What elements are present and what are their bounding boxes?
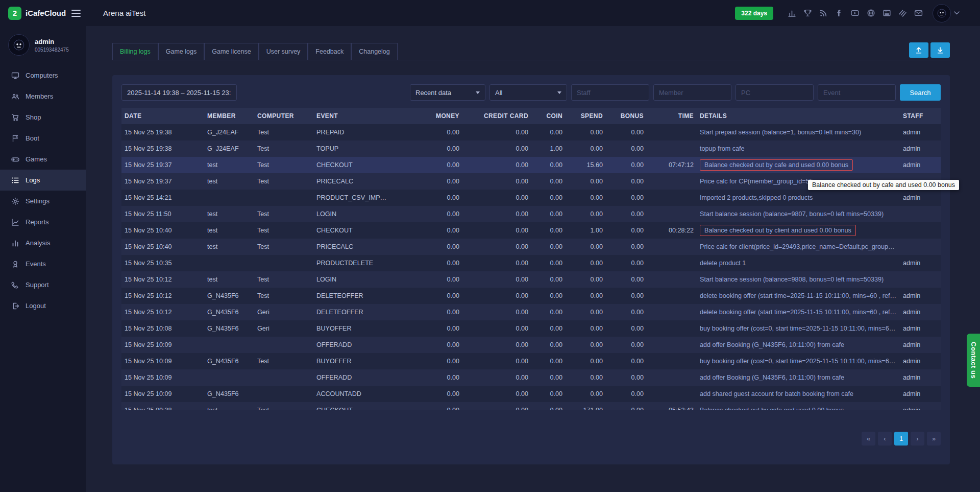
- card-icon[interactable]: [881, 8, 892, 18]
- cell-details[interactable]: Balance checked out by cafe and used 0.0…: [697, 157, 900, 173]
- layers-icon[interactable]: [897, 8, 908, 18]
- table-row[interactable]: 15 Nov 25 14:21PRODUCT_CSV_IMPORT0.000.0…: [121, 190, 941, 206]
- pagination-last-button[interactable]: »: [927, 432, 941, 446]
- rss-icon[interactable]: [818, 8, 828, 18]
- tab-billing-logs[interactable]: Billing logs: [112, 43, 158, 60]
- topbar-right: 322 days: [735, 4, 980, 22]
- billing-logs-panel: Recent data All Search DATEMEMB: [112, 75, 950, 464]
- table-row[interactable]: 15 Nov 25 10:35PRODUCTDELETE0.000.000.00…: [121, 255, 941, 271]
- sidebar-item-analysis[interactable]: Analysis: [0, 232, 86, 253]
- table-row[interactable]: 15 Nov 25 10:09G_N435F6TestBUYOFFER0.000…: [121, 353, 941, 369]
- cell-details[interactable]: add offer Booking (G_N435F6, 10:11:00) f…: [697, 369, 900, 386]
- cell: 0.00: [531, 386, 566, 402]
- cell: 0.00: [393, 206, 462, 222]
- tab-game-logs[interactable]: Game logs: [158, 43, 204, 60]
- cell-details[interactable]: delete product 1: [697, 255, 900, 271]
- upload-button[interactable]: [909, 42, 928, 58]
- table-row[interactable]: 15 Nov 25 10:12G_N435F6TestDELETEOFFER0.…: [121, 288, 941, 304]
- cell: PRODUCTDELETE: [313, 255, 393, 271]
- tab-game-license[interactable]: Game license: [204, 43, 258, 60]
- table-row[interactable]: 15 Nov 25 11:50testTestLOGIN0.000.000.00…: [121, 206, 941, 222]
- member-input[interactable]: [653, 84, 731, 101]
- cell: 0.00: [531, 271, 566, 288]
- pagination-next-button[interactable]: ›: [911, 432, 924, 446]
- recent-data-select[interactable]: Recent data: [410, 84, 485, 101]
- cell-details[interactable]: buy booking offer (cost=0, start time=20…: [697, 353, 900, 369]
- user-avatar[interactable]: [933, 4, 951, 22]
- cell-details[interactable]: Start prepaid session (balance=1, bonus=…: [697, 124, 900, 140]
- app-logo-icon[interactable]: 2: [8, 7, 21, 20]
- cell-details[interactable]: Start balance session (balance=9807, bon…: [697, 206, 900, 222]
- monitor-icon: [11, 72, 19, 80]
- cell-details[interactable]: Balance checked out by cafe and used 0.0…: [697, 402, 900, 410]
- trophy-icon[interactable]: [802, 8, 813, 18]
- sidebar-profile[interactable]: admin 005193482475: [0, 26, 86, 65]
- facebook-icon[interactable]: [834, 8, 844, 18]
- table-row[interactable]: 15 Nov 25 10:12testTestLOGIN0.000.000.00…: [121, 271, 941, 288]
- contact-us-button[interactable]: Contact us: [967, 334, 980, 387]
- sidebar-item-games[interactable]: Games: [0, 149, 86, 170]
- sidebar-item-logs[interactable]: Logs: [0, 170, 86, 191]
- details-text: buy booking offer (cost=0, start time=20…: [700, 358, 900, 365]
- sidebar-item-boot[interactable]: Boot: [0, 128, 86, 149]
- cell: 15 Nov 25 19:38: [121, 124, 204, 140]
- sidebar-item-computers[interactable]: Computers: [0, 65, 86, 86]
- chevron-down-icon[interactable]: [954, 11, 960, 15]
- tab-changelog[interactable]: Changelog: [351, 43, 397, 60]
- sidebar-item-settings[interactable]: Settings: [0, 191, 86, 212]
- table-row[interactable]: 15 Nov 25 19:38G_J24EAFTestTOPUP0.000.00…: [121, 140, 941, 157]
- event-input[interactable]: [818, 84, 896, 101]
- mail-icon[interactable]: [913, 8, 923, 18]
- subscription-days-badge[interactable]: 322 days: [735, 7, 773, 20]
- cell-details[interactable]: delete booking offer (start time=2025-11…: [697, 288, 900, 304]
- sidebar-item-members[interactable]: Members: [0, 86, 86, 107]
- date-range-input[interactable]: [121, 84, 237, 101]
- youtube-icon[interactable]: [850, 8, 860, 18]
- table-row[interactable]: 15 Nov 25 10:09OFFERADD0.000.000.000.000…: [121, 369, 941, 386]
- pagination-prev-button[interactable]: ‹: [878, 432, 892, 446]
- table-row[interactable]: 15 Nov 25 19:38G_J24EAFTestPREPAID0.000.…: [121, 124, 941, 140]
- table-row[interactable]: 15 Nov 25 19:37testTestCHECKOUT0.000.000…: [121, 157, 941, 173]
- cell-details[interactable]: delete booking offer (start time=2025-11…: [697, 304, 900, 320]
- table-row[interactable]: 15 Nov 25 10:09OFFERADD0.000.000.000.000…: [121, 337, 941, 353]
- event-type-select[interactable]: All: [489, 84, 567, 101]
- cell: 0.00: [606, 271, 647, 288]
- cell: G_N435F6: [204, 320, 254, 337]
- cell: admin: [900, 157, 941, 173]
- cell-details[interactable]: Imported 2 products,skipped 0 products: [697, 190, 900, 206]
- cell-details[interactable]: Start balance session (balance=9808, bon…: [697, 271, 900, 288]
- cell-details[interactable]: Balance checked out by client and used 0…: [697, 222, 900, 239]
- table-row[interactable]: 15 Nov 25 09:38testTestCHECKOUT0.000.000…: [121, 402, 941, 410]
- cell-details[interactable]: Price calc for client(price_id=29493,pri…: [697, 239, 900, 255]
- table-row[interactable]: 15 Nov 25 10:40testTestCHECKOUT0.000.000…: [121, 222, 941, 239]
- sidebar-item-logout[interactable]: Logout: [0, 295, 86, 316]
- column-header: DETAILS: [697, 108, 900, 124]
- table-row[interactable]: 15 Nov 25 10:09G_N435F6ACCOUNTADD0.000.0…: [121, 386, 941, 402]
- tab-user-survey[interactable]: User survey: [259, 43, 308, 60]
- staff-input[interactable]: [571, 84, 649, 101]
- app-logo-text[interactable]: iCafeCloud: [26, 9, 66, 17]
- sidebar-item-shop[interactable]: Shop: [0, 107, 86, 128]
- pagination-first-button[interactable]: «: [862, 432, 875, 446]
- search-button[interactable]: Search: [900, 84, 941, 101]
- tab-feedback[interactable]: Feedback: [308, 43, 351, 60]
- cell: 0.00: [462, 190, 531, 206]
- table-row[interactable]: 15 Nov 25 10:12G_N435F6GeriDELETEOFFER0.…: [121, 304, 941, 320]
- pagination-page-1-button[interactable]: 1: [894, 432, 908, 446]
- sidebar-item-support[interactable]: Support: [0, 274, 86, 295]
- chart-icon[interactable]: [787, 8, 797, 18]
- sidebar-item-reports[interactable]: Reports: [0, 212, 86, 232]
- menu-icon[interactable]: [71, 10, 81, 17]
- cell-details[interactable]: add offer Booking (G_N435F6, 10:11:00) f…: [697, 337, 900, 353]
- download-button[interactable]: [930, 42, 950, 58]
- sidebar-item-events[interactable]: Events: [0, 253, 86, 274]
- cell-details[interactable]: buy booking offer (cost=0, start time=20…: [697, 320, 900, 337]
- cell: 0.00: [606, 239, 647, 255]
- cell-details[interactable]: topup from cafe: [697, 140, 900, 157]
- table-row[interactable]: 15 Nov 25 10:40testTestPRICECALC0.000.00…: [121, 239, 941, 255]
- table-row[interactable]: 15 Nov 25 10:08G_N435F6GeriBUYOFFER0.000…: [121, 320, 941, 337]
- globe-icon[interactable]: [866, 8, 876, 18]
- cell: 0.00: [462, 386, 531, 402]
- cell-details[interactable]: add shared guest account for batch booki…: [697, 386, 900, 402]
- pc-input[interactable]: [736, 84, 814, 101]
